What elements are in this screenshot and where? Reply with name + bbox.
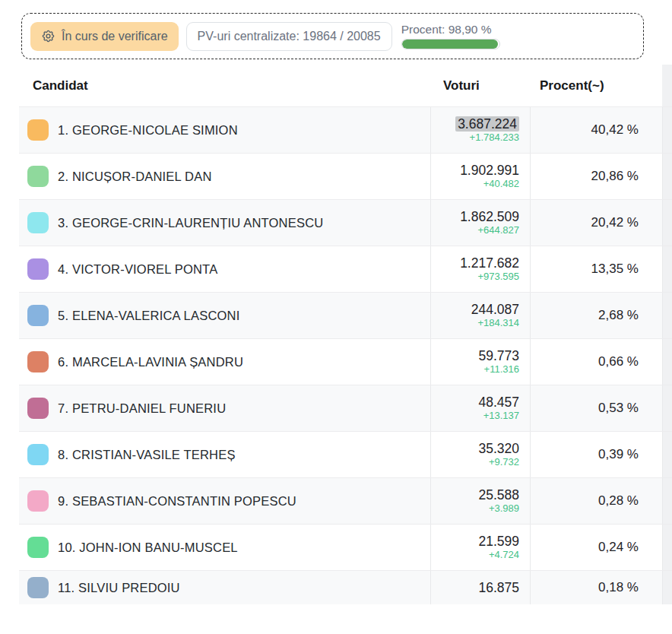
votes-value: 21.599 — [478, 534, 519, 549]
votes-cell: 48.457 +13.137 — [430, 385, 530, 431]
progress-label: Procent: 98,90 % — [401, 23, 500, 36]
candidate-color-swatch — [27, 537, 49, 558]
results-table: Candidat Voturi Procent(~) 1. GEORGE-NIC… — [19, 65, 672, 604]
candidate-color-swatch — [27, 490, 49, 512]
table-cutoff-column — [662, 339, 672, 385]
table-cutoff-column — [662, 478, 672, 524]
votes-delta: +11.316 — [484, 364, 519, 376]
table-row[interactable]: 5. ELENA-VALERICA LASCONI 244.087 +184.3… — [19, 292, 672, 338]
gear-icon — [41, 29, 55, 43]
candidate-cell: 9. SEBASTIAN-CONSTANTIN POPESCU — [19, 478, 430, 524]
votes-value: 59.773 — [478, 348, 519, 363]
table-row[interactable]: 11. SILVIU PREDOIU 16.875 0,18 % — [19, 570, 672, 604]
votes-delta: +3.989 — [489, 503, 519, 515]
column-header-votes: Voturi — [430, 65, 530, 106]
candidate-color-swatch — [27, 444, 49, 465]
table-row[interactable]: 10. JOHN-ION BANU-MUSCEL 21.599 +4.724 0… — [19, 524, 672, 570]
table-cutoff-column — [662, 525, 672, 570]
votes-cell: 1.862.509 +644.827 — [430, 200, 530, 246]
candidate-cell: 4. VICTOR-VIOREL PONTA — [19, 246, 430, 292]
votes-value: 48.457 — [478, 395, 519, 410]
votes-value: 35.320 — [478, 441, 519, 456]
candidate-color-swatch — [27, 351, 49, 372]
table-row[interactable]: 3. GEORGE-CRIN-LAURENȚIU ANTONESCU 1.862… — [19, 199, 672, 246]
votes-cell: 244.087 +184.314 — [430, 293, 530, 338]
progress-section: Procent: 98,90 % — [401, 23, 500, 49]
votes-delta: +13.137 — [483, 411, 519, 422]
votes-value: 25.588 — [478, 487, 519, 502]
votes-value: 1.902.991 — [460, 163, 519, 178]
votes-delta: +1.784.233 — [470, 132, 519, 144]
percent-value: 0,39 % — [530, 432, 662, 477]
candidate-color-swatch — [27, 577, 49, 598]
percent-value: 40,42 % — [530, 107, 662, 153]
table-row[interactable]: 2. NICUȘOR-DANIEL DAN 1.902.991 +40.482 … — [19, 153, 672, 199]
candidate-name: 8. CRISTIAN-VASILE TERHEȘ — [58, 448, 236, 462]
votes-cell: 3.687.224 +1.784.233 — [430, 107, 530, 153]
verification-status-panel: În curs de verificare PV-uri centralizat… — [21, 13, 644, 59]
candidate-name: 7. PETRU-DANIEL FUNERIU — [58, 401, 226, 416]
table-body: 1. GEORGE-NICOLAE SIMION 3.687.224 +1.78… — [19, 106, 672, 604]
table-cutoff-column — [662, 246, 672, 292]
votes-delta: +973.595 — [477, 271, 519, 283]
percent-value: 2,68 % — [530, 293, 662, 338]
votes-delta: +644.827 — [477, 225, 519, 236]
votes-value: 1.217.682 — [460, 255, 519, 271]
table-cutoff-column — [662, 571, 672, 604]
candidate-name: 6. MARCELA-LAVINIA ȘANDRU — [58, 355, 243, 369]
table-cutoff-column — [662, 65, 672, 106]
status-badge-label: În curs de verificare — [62, 30, 168, 43]
percent-value: 0,66 % — [530, 339, 662, 385]
percent-value: 0,28 % — [530, 478, 662, 524]
votes-delta: +4.724 — [489, 550, 519, 561]
candidate-name: 9. SEBASTIAN-CONSTANTIN POPESCU — [58, 494, 296, 509]
votes-cell: 35.320 +9.732 — [430, 432, 530, 477]
table-row[interactable]: 7. PETRU-DANIEL FUNERIU 48.457 +13.137 0… — [19, 385, 672, 431]
table-header-row: Candidat Voturi Procent(~) — [19, 65, 672, 106]
candidate-color-swatch — [27, 258, 49, 280]
votes-delta: +40.482 — [483, 179, 519, 190]
votes-delta: +9.732 — [489, 457, 519, 468]
pv-centralized-box: PV-uri centralizate: 19864 / 20085 — [186, 22, 392, 51]
candidate-cell: 8. CRISTIAN-VASILE TERHEȘ — [19, 432, 430, 477]
percent-value: 0,24 % — [530, 525, 662, 570]
table-row[interactable]: 8. CRISTIAN-VASILE TERHEȘ 35.320 +9.732 … — [19, 431, 672, 477]
votes-cell: 1.217.682 +973.595 — [430, 246, 530, 292]
table-cutoff-column — [662, 154, 672, 199]
table-row[interactable]: 6. MARCELA-LAVINIA ȘANDRU 59.773 +11.316… — [19, 338, 672, 385]
candidate-cell: 5. ELENA-VALERICA LASCONI — [19, 293, 430, 338]
table-row[interactable]: 9. SEBASTIAN-CONSTANTIN POPESCU 25.588 +… — [19, 477, 672, 524]
table-cutoff-column — [662, 432, 672, 477]
candidate-cell: 6. MARCELA-LAVINIA ȘANDRU — [19, 339, 430, 385]
progress-bar — [401, 39, 500, 49]
votes-value: 244.087 — [471, 302, 519, 317]
candidate-name: 2. NICUȘOR-DANIEL DAN — [58, 170, 212, 184]
candidate-color-swatch — [27, 166, 49, 187]
candidate-color-swatch — [27, 119, 49, 141]
table-cutoff-column — [662, 200, 672, 246]
votes-cell: 16.875 — [430, 571, 530, 604]
candidate-color-swatch — [27, 212, 49, 233]
candidate-name: 11. SILVIU PREDOIU — [58, 581, 180, 595]
candidate-cell: 3. GEORGE-CRIN-LAURENȚIU ANTONESCU — [19, 200, 430, 246]
candidate-cell: 7. PETRU-DANIEL FUNERIU — [19, 385, 430, 431]
table-row[interactable]: 1. GEORGE-NICOLAE SIMION 3.687.224 +1.78… — [19, 106, 672, 153]
votes-cell: 59.773 +11.316 — [430, 339, 530, 385]
votes-value: 1.862.509 — [460, 209, 519, 224]
pv-centralized-label: PV-uri centralizate: 19864 / 20085 — [198, 30, 381, 43]
table-cutoff-column — [662, 107, 672, 153]
votes-delta: +184.314 — [477, 318, 519, 329]
table-cutoff-column — [662, 293, 672, 338]
table-row[interactable]: 4. VICTOR-VIOREL PONTA 1.217.682 +973.59… — [19, 246, 672, 292]
candidate-color-swatch — [27, 398, 49, 419]
candidate-name: 3. GEORGE-CRIN-LAURENȚIU ANTONESCU — [58, 216, 323, 230]
candidate-color-swatch — [27, 305, 49, 326]
percent-value: 0,18 % — [530, 571, 662, 604]
votes-cell: 1.902.991 +40.482 — [430, 154, 530, 199]
candidate-cell: 1. GEORGE-NICOLAE SIMION — [19, 107, 430, 153]
candidate-name: 4. VICTOR-VIOREL PONTA — [58, 262, 217, 277]
candidate-cell: 11. SILVIU PREDOIU — [19, 571, 430, 604]
progress-bar-fill — [402, 40, 499, 49]
candidate-cell: 2. NICUȘOR-DANIEL DAN — [19, 154, 430, 199]
candidate-name: 10. JOHN-ION BANU-MUSCEL — [58, 540, 238, 555]
